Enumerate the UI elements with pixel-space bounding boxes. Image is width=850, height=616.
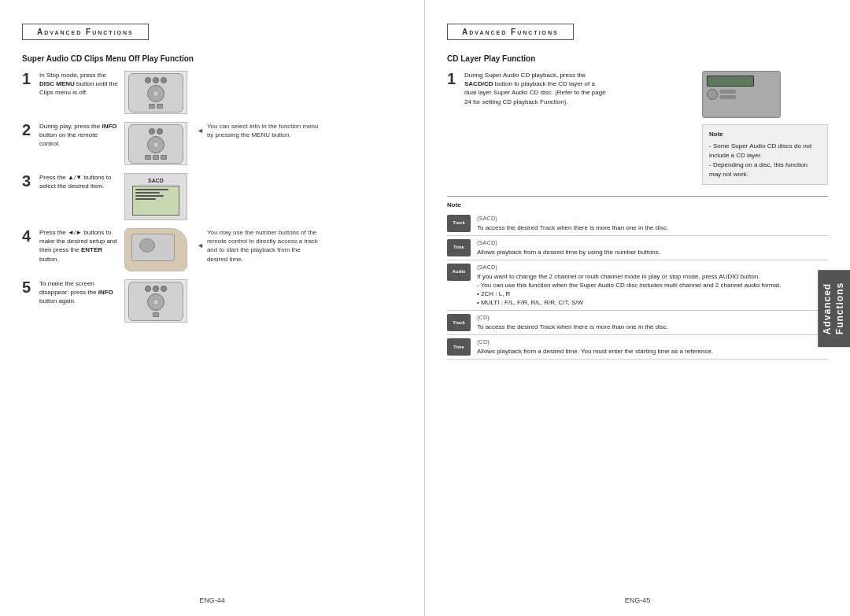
- feat-label: (SACD): [477, 239, 828, 248]
- remote-sq-btn: [153, 312, 159, 317]
- cdp-controls: [707, 89, 776, 100]
- note-line-2: - Depending on a disc, this function may…: [709, 160, 821, 179]
- screen-line: [135, 192, 160, 194]
- feat-label: (SACD): [477, 264, 828, 272]
- cdp-btn: [720, 90, 736, 94]
- note-box: Note - Some Super Audio CD discs do not …: [702, 124, 828, 185]
- cdp-buttons: [720, 90, 736, 99]
- feat-icon-audio-sacd: Audio: [447, 264, 471, 281]
- feat-icon-text: Time: [453, 245, 464, 250]
- screen-line: [135, 198, 156, 200]
- right-title-text: Advanced Functions: [462, 28, 559, 36]
- step-3-num: 3: [22, 173, 33, 189]
- remote-btn: [153, 286, 159, 292]
- remote-dpad: [147, 293, 164, 311]
- feat-icon-track-cd: Track: [447, 314, 471, 331]
- remote-btn: [157, 128, 163, 135]
- step-1-num: 1: [22, 71, 33, 87]
- step-5-img: [124, 279, 187, 323]
- step-4-note-text: You may use the number buttons of the re…: [207, 228, 323, 264]
- note-arrow: ◄: [197, 126, 204, 136]
- remote-btn: [145, 77, 151, 83]
- step-5-content: To make the screen disappear: press the …: [39, 279, 402, 323]
- sacd-label: SACD: [148, 178, 164, 183]
- step-5-row: 5 To make the screen disappear: press th…: [22, 279, 402, 323]
- left-section-title: Super Audio CD Clips Menu Off Play Funct…: [22, 54, 402, 63]
- sidebar-line2: Functions: [833, 282, 844, 334]
- cd-layer-step1: 1 During Super Audio CD playback, press …: [447, 71, 828, 185]
- step-2-text: During play, press the INFO button on th…: [39, 122, 118, 149]
- feat-row-time-cd: Time (CD) Allows playback from a desired…: [447, 335, 828, 360]
- left-page-number: ENG-44: [199, 596, 225, 604]
- feat-row-track-cd: Track (CD) To access the desired Track w…: [447, 311, 828, 335]
- remote-illustration-2: [128, 124, 183, 164]
- remote-btn: [149, 128, 155, 135]
- cd-step-right: Note - Some Super Audio CD discs do not …: [702, 71, 828, 185]
- cdplayer-illustration: [702, 71, 781, 118]
- left-title-text: Advanced Functions: [37, 28, 134, 36]
- feat-icon-track-sacd: Track: [447, 215, 471, 232]
- step-2-num: 2: [22, 122, 33, 138]
- step-1-text: In Stop mode, press the DISC MENU button…: [39, 71, 118, 98]
- remote-dpad-center: [153, 90, 159, 97]
- screen-line: [135, 195, 164, 197]
- step-3-img: SACD: [124, 173, 187, 220]
- feat-label: (SACD): [477, 215, 828, 223]
- feat-icon-time-cd: Time: [447, 338, 471, 356]
- cd-step-1-text: During Super Audio CD playback, press th…: [464, 71, 606, 106]
- note-title: Note: [709, 130, 821, 139]
- screen-line: [135, 189, 168, 190]
- remote-circle: [139, 238, 155, 253]
- step-4-img: [124, 228, 187, 271]
- feat-row-time-sacd: Time (SACD) Allows playback from a desir…: [447, 236, 828, 260]
- step-2-row: 2 During play, press the INFO button on …: [22, 122, 402, 165]
- cdp-btn: [720, 95, 736, 99]
- feature-note-header: Note: [447, 201, 828, 208]
- cd-step-1-num: 1: [447, 71, 458, 87]
- step-2-content: During play, press the INFO button on th…: [39, 122, 402, 165]
- feat-desc-track-cd: (CD) To access the desired Track when th…: [477, 314, 828, 331]
- feat-label: (CD): [477, 314, 828, 323]
- cdp-display: [707, 76, 754, 87]
- remote-btn: [161, 77, 167, 83]
- feat-icon-text: Track: [453, 320, 465, 326]
- remote-dpad: [147, 136, 164, 153]
- feat-desc-time-sacd: (SACD) Allows playback from a desired ti…: [477, 239, 828, 256]
- step-2-side-note: ◄ You can select Info in the function me…: [197, 122, 323, 139]
- step-1-img: [124, 71, 187, 114]
- feat-row-audio-sacd: Audio (SACD) If you want to change the 2…: [447, 260, 828, 311]
- feat-label: (CD): [477, 338, 828, 347]
- step-2-note-text: You can select Info in the function menu…: [207, 122, 323, 139]
- remote-sq-btn: [153, 155, 159, 160]
- feat-icon-text: Audio: [453, 269, 466, 275]
- cd-step-left: 1 During Super Audio CD playback, press …: [447, 71, 693, 185]
- step-5-num: 5: [22, 279, 33, 295]
- remote-dpad-center: [153, 142, 159, 148]
- note-line-1: - Some Super Audio CD discs do not inclu…: [709, 142, 821, 160]
- remote-btn: [145, 286, 151, 292]
- step-3-row: 3 Press the ▲/▼ buttons to select the de…: [22, 173, 402, 220]
- step-4-text: Press the ◄/► buttons to make the desire…: [39, 228, 118, 264]
- right-header: Advanced Functions: [447, 24, 574, 40]
- note-arrow: ◄: [197, 241, 204, 251]
- step-4-side-note: ◄ You may use the number buttons of the …: [197, 228, 323, 264]
- remote-dpad-center: [153, 299, 159, 305]
- remote-illustration-5: [128, 282, 183, 321]
- step-5-text: To make the screen disappear: press the …: [39, 279, 118, 306]
- feat-icon-text: Time: [453, 345, 464, 350]
- feat-desc-time-cd: (CD) Allows playback from a desired time…: [477, 338, 828, 356]
- step-4-row: 4 Press the ◄/► buttons to make the desi…: [22, 228, 402, 271]
- remote-btn: [153, 77, 159, 83]
- cd-step-1-row: 1 During Super Audio CD playback, press …: [447, 71, 693, 106]
- step-2-img: [124, 122, 187, 165]
- remote-sq-btn: [149, 104, 155, 109]
- feat-icon-text: Track: [453, 220, 465, 226]
- cd-step-1-content: During Super Audio CD playback, press th…: [464, 71, 606, 106]
- step-3-content: Press the ▲/▼ buttons to select the desi…: [39, 173, 402, 220]
- remote-btn: [161, 286, 167, 292]
- remote-sq-btn: [157, 104, 163, 109]
- right-page-number: ENG-45: [625, 596, 651, 604]
- step-3-text: Press the ▲/▼ buttons to select the desi…: [39, 173, 118, 190]
- feat-desc-audio-sacd: (SACD) If you want to change the 2 chann…: [477, 264, 828, 307]
- step-4-content: Press the ◄/► buttons to make the desire…: [39, 228, 402, 271]
